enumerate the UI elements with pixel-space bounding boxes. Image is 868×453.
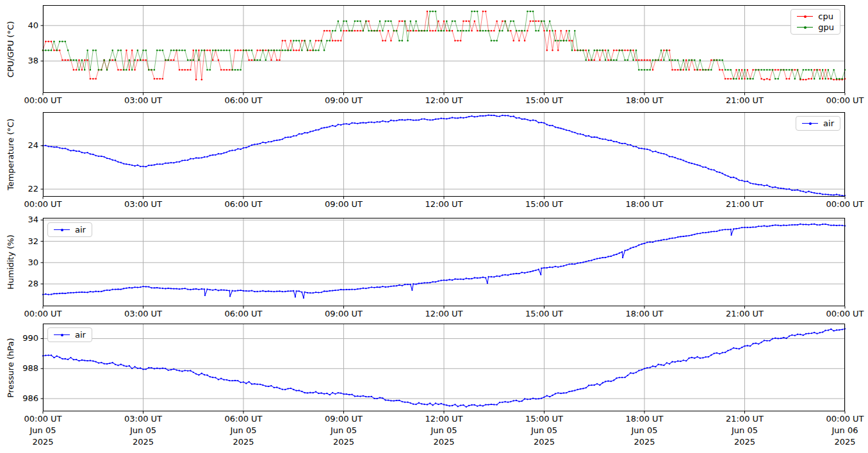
pressure-x-tick-label: 12:00 UTJun 052025: [413, 413, 475, 448]
temperature-x-tick-label: 18:00 UT: [614, 199, 675, 210]
x-tick-year: 2025: [714, 436, 776, 448]
x-tick-year: 2025: [113, 436, 174, 448]
cpu-gpu-x-tick-label: 21:00 UT: [714, 95, 776, 106]
x-tick-year: 2025: [514, 436, 575, 448]
temperature-legend: air: [796, 116, 840, 131]
x-tick-date: Jun 05: [113, 425, 174, 436]
temperature-x-tick-label: 12:00 UT: [413, 199, 475, 210]
legend-entry: cpu: [797, 12, 834, 21]
x-tick-time: 15:00 UT: [514, 413, 575, 425]
temperature-x-tick-label: 15:00 UT: [514, 199, 575, 210]
x-tick-time: 03:00 UT: [113, 413, 174, 425]
legend-line-marker-icon: [54, 227, 70, 233]
temperature-x-tick-label: 06:00 UT: [213, 199, 274, 210]
legend-label: cpu: [818, 12, 833, 21]
x-tick-date: Jun 05: [213, 425, 274, 436]
cpu-gpu-x-tick-label: 18:00 UT: [614, 95, 675, 106]
x-tick-year: 2025: [614, 436, 675, 448]
humidity-plot-area: [43, 218, 845, 306]
legend-dot: [804, 15, 807, 18]
pressure-x-tick-label: 18:00 UTJun 052025: [614, 413, 675, 448]
x-tick-time: 18:00 UT: [614, 413, 675, 425]
temperature-x-tick-label: 09:00 UT: [313, 199, 375, 210]
x-tick-year: 2025: [213, 436, 274, 448]
legend-entry: air: [802, 119, 834, 128]
legend-line-marker-icon: [797, 24, 813, 30]
legend-label: gpu: [818, 22, 834, 32]
pressure-x-tick-label: 00:00 UTJun 052025: [12, 413, 74, 448]
legend-line-marker-icon: [802, 120, 818, 126]
x-tick-date: Jun 05: [12, 425, 74, 436]
x-tick-date: Jun 06: [814, 425, 868, 436]
legend-entry: air: [54, 225, 86, 235]
legend-entry: air: [54, 330, 86, 340]
humidity-y-tick-label: 34: [14, 215, 38, 224]
x-tick-time: 12:00 UT: [413, 413, 475, 425]
x-tick-time: 09:00 UT: [313, 413, 375, 425]
pressure-x-tick-label: 03:00 UTJun 052025: [113, 413, 174, 448]
humidity-x-tick-label: 06:00 UT: [213, 308, 274, 319]
temperature-x-tick-label: 00:00 UT: [12, 199, 74, 210]
x-tick-year: 2025: [12, 436, 74, 448]
x-tick-year: 2025: [814, 436, 868, 448]
temperature-x-tick-label: 03:00 UT: [113, 199, 174, 210]
x-tick-time: 21:00 UT: [714, 413, 776, 425]
pressure-y-tick-label: 986: [14, 393, 38, 403]
legend-dot: [61, 334, 63, 336]
x-tick-time: 06:00 UT: [213, 413, 274, 425]
cpu-gpu-x-tick-label: 06:00 UT: [213, 95, 274, 106]
temperature-y-tick-label: 24: [14, 140, 38, 150]
humidity-x-tick-label: 12:00 UT: [413, 308, 475, 319]
humidity-y-tick-label: 32: [14, 236, 38, 246]
humidity-legend: air: [47, 222, 92, 237]
legend-dot: [61, 229, 63, 231]
x-tick-date: Jun 05: [313, 425, 375, 436]
pressure-y-tick-label: 988: [14, 363, 38, 373]
humidity-x-tick-label: 00:00 UT: [12, 308, 74, 319]
cpu-gpu-plot-area: [43, 5, 845, 93]
x-tick-date: Jun 05: [413, 425, 475, 436]
temperature-x-tick-label: 21:00 UT: [714, 199, 776, 210]
x-tick-date: Jun 05: [714, 425, 776, 436]
cpu-gpu-y-tick-label: 38: [14, 56, 38, 65]
legend-line-marker-icon: [54, 332, 70, 338]
legend-entry: gpu: [797, 22, 834, 32]
x-tick-time: 00:00 UT: [814, 413, 868, 425]
x-tick-time: 00:00 UT: [12, 413, 74, 425]
humidity-x-tick-label: 15:00 UT: [514, 308, 575, 319]
pressure-plot-area: [43, 324, 845, 411]
pressure-x-tick-label: 09:00 UTJun 052025: [313, 413, 375, 448]
temperature-x-tick-label: 00:00 UT: [814, 199, 868, 210]
legend-label: air: [75, 330, 86, 340]
x-tick-year: 2025: [313, 436, 375, 448]
cpu-gpu-x-tick-label: 03:00 UT: [113, 95, 174, 106]
humidity-x-tick-label: 00:00 UT: [814, 308, 868, 319]
humidity-y-tick-label: 30: [14, 258, 38, 267]
pressure-x-tick-label: 06:00 UTJun 052025: [213, 413, 274, 448]
x-tick-date: Jun 05: [614, 425, 675, 436]
cpu-gpu-y-tick-label: 40: [14, 21, 38, 30]
pressure-x-tick-label: 15:00 UTJun 052025: [514, 413, 575, 448]
pressure-y-tick-label: 990: [14, 333, 38, 343]
sensor-timeseries-figure: CPU/GPU (°C) Temperature (°C) Humidity (…: [0, 0, 868, 453]
humidity-x-tick-label: 18:00 UT: [614, 308, 675, 319]
temperature-y-axis-label: Temperature (°C): [6, 119, 15, 190]
pressure-legend: air: [47, 327, 92, 342]
pressure-x-tick-label: 21:00 UTJun 052025: [714, 413, 776, 448]
legend-dot: [809, 122, 812, 125]
x-tick-date: Jun 05: [514, 425, 575, 436]
temperature-y-tick-label: 22: [14, 184, 38, 194]
cpu-gpu-x-tick-label: 09:00 UT: [313, 95, 375, 106]
legend-dot: [804, 26, 807, 29]
humidity-x-tick-label: 03:00 UT: [113, 308, 174, 319]
humidity-x-tick-label: 21:00 UT: [714, 308, 776, 319]
temperature-plot-area: [43, 112, 845, 197]
pressure-x-tick-label: 00:00 UTJun 062025: [814, 413, 868, 448]
legend-line-marker-icon: [797, 13, 813, 19]
humidity-x-tick-label: 09:00 UT: [313, 308, 375, 319]
cpu-gpu-legend: cpugpu: [790, 9, 840, 35]
x-tick-year: 2025: [413, 436, 475, 448]
humidity-y-tick-label: 28: [14, 279, 38, 288]
cpu-gpu-x-tick-label: 15:00 UT: [514, 95, 575, 106]
cpu-gpu-x-tick-label: 12:00 UT: [413, 95, 475, 106]
